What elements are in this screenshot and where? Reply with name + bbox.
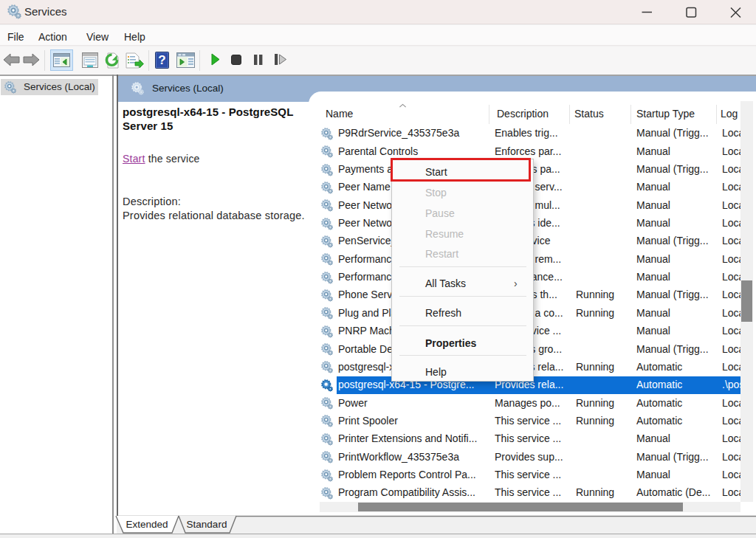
svg-text:Extended: Extended	[126, 519, 168, 530]
svg-text:Standard: Standard	[187, 519, 227, 530]
svg-text:?: ?	[158, 53, 165, 67]
